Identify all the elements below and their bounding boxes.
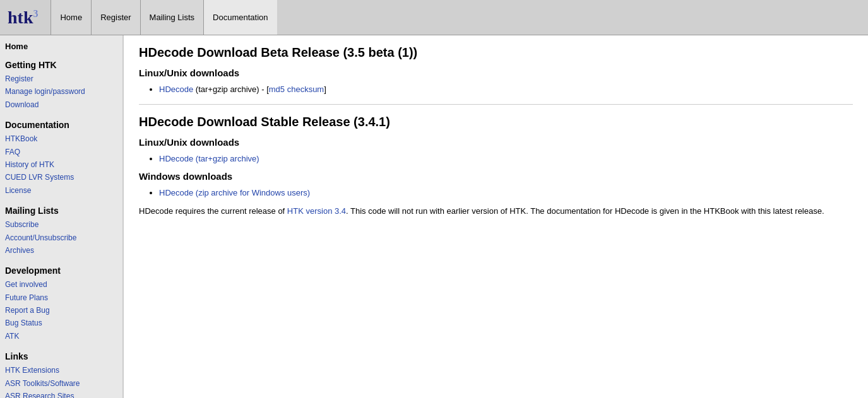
list-item: HDecode (tar+gzip archive) - [md5 checks… [159, 85, 853, 94]
sidebar-link-faq[interactable]: FAQ [5, 146, 117, 158]
logo: htk3 [0, 0, 45, 35]
sidebar-link-manage-login[interactable]: Manage login/password [5, 85, 117, 98]
sidebar-link-asr-toolkits[interactable]: ASR Toolkits/Software [5, 377, 117, 390]
sidebar-link-htkbook[interactable]: HTKBook [5, 132, 117, 145]
sidebar-section-getting-htk: Getting HTK [5, 60, 117, 70]
logo-text: htk3 [8, 8, 38, 28]
page-layout: Home Getting HTK Register Manage login/p… [0, 35, 868, 398]
sidebar-link-htk-extensions[interactable]: HTK Extensions [5, 364, 117, 377]
htk-version-link[interactable]: HTK version 3.4 [287, 206, 346, 216]
main-content: HDecode Download Beta Release (3.5 beta … [123, 35, 868, 398]
beta-hdecode-suffix2: ] [324, 85, 326, 94]
sidebar-link-future-plans[interactable]: Future Plans [5, 291, 117, 304]
logo-sup: 3 [33, 8, 38, 18]
beta-hdecode-link[interactable]: HDecode [159, 85, 193, 94]
stable-hdecode-windows-link[interactable]: HDecode (zip archive for Windows users) [159, 188, 310, 197]
sidebar: Home Getting HTK Register Manage login/p… [0, 35, 123, 398]
sidebar-link-get-involved[interactable]: Get involved [5, 278, 117, 291]
beta-linux-heading: Linux/Unix downloads [139, 67, 853, 78]
nav-mailing-lists[interactable]: Mailing Lists [140, 0, 204, 35]
hdecode-note: HDecode requires the current release of … [139, 205, 853, 218]
stable-linux-download-list: HDecode (tar+gzip archive) [159, 154, 853, 163]
beta-release-title: HDecode Download Beta Release (3.5 beta … [139, 45, 853, 60]
sidebar-link-download[interactable]: Download [5, 98, 117, 111]
sidebar-link-license[interactable]: License [5, 184, 117, 197]
sidebar-section-mailing-lists: Mailing Lists [5, 206, 117, 216]
sidebar-link-asr-research[interactable]: ASR Research Sites [5, 390, 117, 398]
nav-home[interactable]: Home [51, 0, 91, 35]
stable-windows-download-list: HDecode (zip archive for Windows users) [159, 188, 853, 197]
beta-hdecode-suffix: (tar+gzip archive) - [ [196, 85, 269, 94]
sidebar-section-documentation: Documentation [5, 120, 117, 130]
sidebar-link-report-bug[interactable]: Report a Bug [5, 304, 117, 317]
sidebar-home-label: Home [5, 42, 117, 51]
beta-md5-checksum-link[interactable]: md5 checksum [269, 85, 324, 94]
list-item: HDecode (tar+gzip archive) [159, 154, 853, 163]
beta-linux-download-list: HDecode (tar+gzip archive) - [md5 checks… [159, 85, 853, 94]
sidebar-link-subscribe[interactable]: Subscribe [5, 218, 117, 231]
list-item: HDecode (zip archive for Windows users) [159, 188, 853, 197]
sidebar-section-links: Links [5, 351, 117, 361]
note-prefix: HDecode requires the current release of [139, 206, 287, 216]
nav-documentation[interactable]: Documentation [203, 0, 276, 35]
sidebar-link-account-unsubscribe[interactable]: Account/Unsubscribe [5, 231, 117, 244]
stable-hdecode-linux-link[interactable]: HDecode (tar+gzip archive) [159, 154, 259, 163]
sidebar-link-cued-lvr[interactable]: CUED LVR Systems [5, 171, 117, 184]
top-navigation: htk3 Home Register Mailing Lists Documen… [0, 0, 868, 35]
nav-register[interactable]: Register [91, 0, 140, 35]
stable-windows-heading: Windows downloads [139, 171, 853, 182]
nav-links: Home Register Mailing Lists Documentatio… [51, 0, 276, 35]
sidebar-link-register[interactable]: Register [5, 73, 117, 85]
note-suffix: . This code will not run with earlier ve… [346, 206, 824, 216]
sidebar-link-bug-status[interactable]: Bug Status [5, 317, 117, 329]
sidebar-link-atk[interactable]: ATK [5, 330, 117, 342]
section-divider [139, 104, 853, 105]
sidebar-section-development: Development [5, 266, 117, 276]
sidebar-link-archives[interactable]: Archives [5, 244, 117, 257]
sidebar-link-history-htk[interactable]: History of HTK [5, 158, 117, 171]
stable-release-title: HDecode Download Stable Release (3.4.1) [139, 115, 853, 129]
stable-linux-heading: Linux/Unix downloads [139, 137, 853, 148]
